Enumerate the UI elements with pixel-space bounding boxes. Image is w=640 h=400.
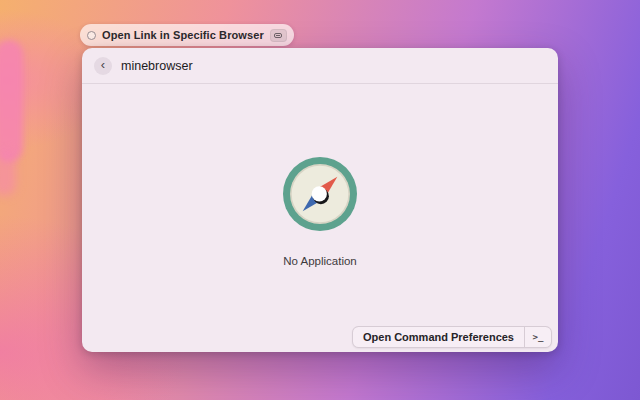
back-button[interactable]: ‹ (94, 57, 112, 75)
terminal-shortcut-icon: >_ (525, 327, 551, 347)
empty-state-message: No Application (283, 255, 357, 267)
open-command-preferences-button[interactable]: Open Command Preferences >_ (352, 326, 552, 348)
window-header: ‹ minebrowser (82, 48, 558, 84)
extension-window: ‹ minebrowser No Application Open Comman… (82, 48, 558, 352)
ring-icon (87, 31, 96, 40)
wallpaper-paint-stroke-small (0, 150, 16, 196)
search-input[interactable]: minebrowser (121, 59, 193, 73)
open-command-preferences-label: Open Command Preferences (353, 327, 524, 347)
hotkey-badge-icon (270, 29, 287, 42)
chevron-left-icon: ‹ (101, 58, 105, 71)
command-pill-label: Open Link in Specific Browser (102, 29, 264, 41)
compass-icon (282, 156, 358, 232)
wallpaper-paint-stroke (0, 40, 23, 162)
empty-state: No Application (82, 84, 558, 318)
command-pill[interactable]: Open Link in Specific Browser (80, 24, 294, 46)
